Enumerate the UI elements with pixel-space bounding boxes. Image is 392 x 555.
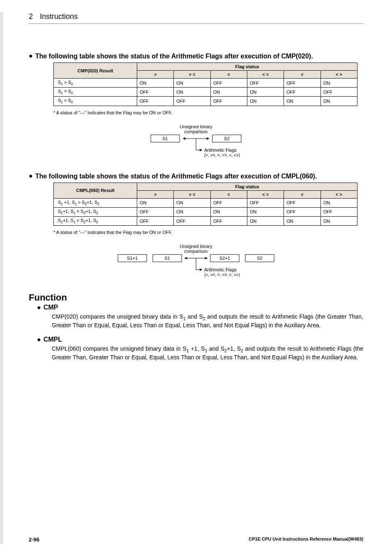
cell: OFF xyxy=(210,198,247,207)
arrowhead-right-icon xyxy=(207,137,209,140)
cmp-body: CMP(020) compares the unsigned binary da… xyxy=(52,313,363,329)
diagram-label-top2: comparison xyxy=(184,249,208,254)
diagram-label-top1: Unsigned binary xyxy=(180,244,212,249)
cell: OFF xyxy=(210,216,247,225)
heading-text: The following table shows the status of … xyxy=(35,53,313,60)
flags-detail: (>, >=, =, <=, <, <>) xyxy=(204,153,240,157)
table-cmpl060: CMPL(060) Result Flag status > > = = < =… xyxy=(53,183,357,226)
cell: ON xyxy=(137,198,174,207)
cell: OFF xyxy=(137,97,174,106)
col-result-header: CMP(020) Result xyxy=(54,63,137,79)
cell: OFF xyxy=(210,97,247,106)
chapter-header: 2 Instructions xyxy=(29,12,363,24)
s2-label: S2 xyxy=(224,136,229,141)
diagram-cmp: Unsigned binary comparison S1 S2 Arithme… xyxy=(122,123,270,164)
s1-label: S1 xyxy=(164,256,170,261)
cell: OFF xyxy=(284,207,321,216)
s1p1-label: S1+1 xyxy=(127,256,138,261)
cell: OFF xyxy=(247,198,284,207)
cell: OFF xyxy=(321,207,357,216)
cell: OFF xyxy=(247,79,284,88)
cell: ON xyxy=(321,216,357,225)
diagram-label-top1: Unsigned binary xyxy=(180,124,212,129)
col-flag-status-header: Flag status xyxy=(137,183,357,190)
arrowhead-left-icon xyxy=(184,257,187,259)
footnote-2: * A status of "---" indicates that the F… xyxy=(53,230,363,235)
page-footer: 2-96 CP1E CPU Unit Instructions Referenc… xyxy=(29,536,363,543)
cell: OFF xyxy=(137,207,174,216)
col-lt: < xyxy=(284,71,321,79)
doc-title: CP1E CPU Unit Instructions Reference Man… xyxy=(249,536,363,543)
table-row: S1 +1, S1 > S2+1, S2 ON ON OFF OFF OFF O… xyxy=(54,198,357,207)
cell: ON xyxy=(174,79,210,88)
cell: ON xyxy=(247,207,284,216)
footnote-1: * A status of "---" indicates that the F… xyxy=(53,110,363,115)
cell: OFF xyxy=(284,88,321,97)
bullet-icon: ● xyxy=(29,53,33,60)
cell: ON xyxy=(174,207,210,216)
col-result-header: CMPL(060) Result xyxy=(54,183,137,198)
arrowhead-right-icon xyxy=(205,257,208,259)
cell: ON xyxy=(137,79,174,88)
table-row: S1 = S2 OFF ON ON ON OFF OFF xyxy=(54,88,357,97)
cell: OFF xyxy=(174,216,210,225)
col-ne: < > xyxy=(321,71,357,79)
bullet-icon: ● xyxy=(29,173,33,180)
s2-label: S2 xyxy=(257,256,262,261)
bullet-icon: ● xyxy=(37,304,41,311)
cell: ON xyxy=(284,97,321,106)
bullet-icon: ● xyxy=(37,336,41,343)
sub-cmpl-label: CMPL xyxy=(44,336,62,343)
table-row: S1+1, S1 < S2+1, S2 OFF OFF OFF ON ON ON xyxy=(54,216,357,225)
diagram-label-top2: comparison xyxy=(184,129,208,134)
heading-text: The following table shows the status of … xyxy=(35,173,317,180)
cell: OFF xyxy=(174,97,210,106)
table-row: S1+1, S1 = S2+1, S2 OFF ON ON ON OFF OFF xyxy=(54,207,357,216)
heading-cmpl060: ● The following table shows the status o… xyxy=(29,173,363,180)
row-label: S1 > S2 xyxy=(54,79,137,88)
chapter-title: Instructions xyxy=(40,12,78,21)
chapter-number: 2 xyxy=(29,12,33,21)
sub-cmpl: ● CMPL xyxy=(37,336,363,343)
table-row: S1 < S2 OFF OFF OFF ON ON ON xyxy=(54,97,357,106)
table-cmp020: CMP(020) Result Flag status > > = = < = … xyxy=(53,62,357,106)
cell: ON xyxy=(174,88,210,97)
flags-label: Arithmetic Flags xyxy=(204,267,237,272)
sub-cmp: ● CMP xyxy=(37,304,363,311)
cell: ON xyxy=(174,198,210,207)
col-gt: > xyxy=(137,190,174,198)
col-lte: < = xyxy=(247,190,284,198)
cell: ON xyxy=(247,216,284,225)
cmpl-body: CMPL(060) compares the unsigned binary d… xyxy=(52,345,363,361)
col-gte: > = xyxy=(174,71,210,79)
col-eq: = xyxy=(210,71,247,79)
diagram-cmpl: Unsigned binary comparison S1+1 S1 S2+1 … xyxy=(93,243,299,284)
page-content: 2 Instructions ● The following table sho… xyxy=(0,0,392,534)
arrowhead-right2-icon xyxy=(200,268,202,271)
cell: OFF xyxy=(284,198,321,207)
sub-cmp-label: CMP xyxy=(44,304,58,311)
cell: ON xyxy=(210,207,247,216)
col-eq: = xyxy=(210,190,247,198)
col-ne: < > xyxy=(321,190,357,198)
col-gte: > = xyxy=(174,190,210,198)
col-lt: < xyxy=(284,190,321,198)
cell: ON xyxy=(210,88,247,97)
arrowhead-right2-icon xyxy=(200,149,202,151)
col-flag-status-header: Flag status xyxy=(137,63,357,71)
arrowhead-left-icon xyxy=(183,137,185,140)
cell: ON xyxy=(321,97,357,106)
table-row: S1 > S2 ON ON OFF OFF OFF ON xyxy=(54,79,357,88)
col-gt: > xyxy=(137,71,174,79)
cell: OFF xyxy=(321,88,357,97)
cell: OFF xyxy=(284,79,321,88)
heading-cmp020: ● The following table shows the status o… xyxy=(29,53,363,60)
row-label: S1+1, S1 = S2+1, S2 xyxy=(54,207,137,216)
function-title: Function xyxy=(29,292,363,303)
flags-label: Arithmetic Flags xyxy=(204,148,237,153)
s1-label: S1 xyxy=(162,136,168,141)
row-label: S1 < S2 xyxy=(54,97,137,106)
cell: ON xyxy=(321,198,357,207)
cell: ON xyxy=(321,79,357,88)
cell: OFF xyxy=(210,79,247,88)
